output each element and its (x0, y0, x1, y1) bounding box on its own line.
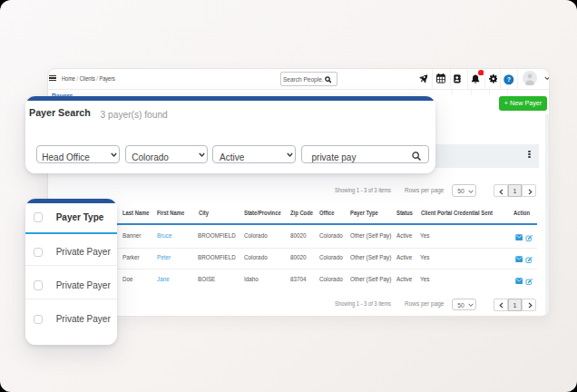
svg-text:?: ? (507, 77, 511, 83)
